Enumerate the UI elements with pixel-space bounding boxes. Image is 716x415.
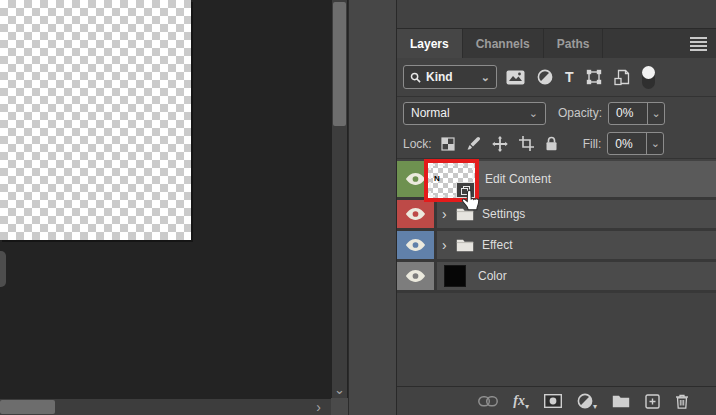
layer-name: Edit Content — [485, 172, 551, 186]
lock-icon-group — [441, 136, 558, 152]
blend-mode-dropdown[interactable]: Normal ⌄ — [403, 102, 546, 125]
highlight-frame: N — [424, 159, 479, 202]
thumbnail-artwork: N — [434, 175, 440, 183]
horizontal-scrollbar[interactable]: › — [0, 399, 331, 415]
blend-mode-value: Normal — [411, 106, 450, 120]
expand-chevron-icon[interactable]: › — [442, 209, 451, 219]
layer-name: Color — [478, 269, 507, 283]
eye-icon — [405, 269, 426, 283]
lock-all-icon[interactable] — [545, 136, 558, 151]
filter-kind-dropdown[interactable]: Kind ⌄ — [403, 65, 497, 89]
caret-down-icon: ▾ — [525, 402, 529, 411]
layers-list: N Edit Content — [397, 161, 716, 293]
layer-thumbnail[interactable]: N — [428, 163, 475, 198]
photoshop-workspace: ⌄ › Layers Channels Paths Kind ⌄ — [0, 0, 716, 415]
tab-paths[interactable]: Paths — [544, 29, 604, 58]
fill-dropdown[interactable]: 0% ⌄ — [607, 132, 664, 155]
blend-row: Normal ⌄ Opacity: 0% ⌄ — [397, 97, 716, 129]
vertical-scrollbar-thumb[interactable] — [333, 2, 346, 126]
layer-thumbnail-swatch[interactable] — [444, 265, 466, 287]
layer-row-effect[interactable]: › Effect — [397, 231, 716, 259]
layer-row-color[interactable]: Color — [397, 262, 716, 290]
fill-label: Fill: — [583, 137, 602, 151]
pixel-layers-filter-icon[interactable] — [506, 70, 525, 85]
layer-row-content[interactable]: Color — [437, 262, 716, 290]
fill-value: 0% — [608, 133, 646, 154]
visibility-toggle[interactable] — [397, 262, 434, 290]
lock-row: Lock: — [397, 129, 716, 159]
tab-channels[interactable]: Channels — [463, 29, 544, 58]
search-icon — [410, 72, 421, 83]
lock-transparent-pixels-icon[interactable] — [441, 137, 455, 151]
fx-label: fx — [513, 393, 525, 409]
layer-filtering-toggle[interactable] — [642, 66, 655, 89]
panel-tab-bar: Layers Channels Paths — [397, 28, 716, 58]
eye-icon — [405, 207, 426, 221]
scroll-right-icon[interactable]: › — [316, 400, 321, 414]
panel-menu-icon[interactable] — [690, 37, 707, 51]
filter-icon-group: T — [506, 66, 655, 89]
adjustment-layers-filter-icon[interactable] — [537, 69, 553, 85]
document-canvas[interactable] — [0, 0, 191, 240]
horizontal-scrollbar-thumb[interactable] — [0, 400, 55, 414]
layers-panel: Layers Channels Paths Kind ⌄ — [397, 0, 716, 415]
eye-icon — [405, 238, 426, 252]
group-folder-icon — [456, 238, 474, 252]
panel-gutter — [348, 0, 397, 415]
tab-layers[interactable]: Layers — [397, 29, 463, 58]
layer-row-content[interactable]: › Effect — [437, 231, 716, 259]
opacity-label: Opacity: — [558, 106, 602, 120]
shape-layers-filter-icon[interactable] — [586, 69, 602, 85]
scrollbar-corner — [331, 398, 348, 415]
layer-filter-row: Kind ⌄ T — [397, 58, 716, 97]
chevron-down-icon: ⌄ — [529, 107, 538, 120]
visibility-toggle[interactable] — [397, 200, 434, 228]
chevron-down-icon[interactable]: ⌄ — [646, 133, 663, 154]
layer-name: Effect — [482, 238, 512, 252]
collapsed-panel-handle[interactable] — [0, 251, 6, 287]
eye-icon — [405, 172, 426, 186]
chevron-down-icon: ⌄ — [481, 71, 490, 84]
new-layer-icon[interactable] — [645, 394, 660, 409]
opacity-value: 0% — [609, 103, 647, 124]
filter-kind-label: Kind — [426, 70, 453, 84]
delete-layer-icon[interactable] — [675, 394, 689, 409]
opacity-dropdown[interactable]: 0% ⌄ — [608, 102, 665, 125]
toggle-pill-icon — [642, 66, 655, 89]
chevron-down-icon[interactable]: ⌄ — [647, 103, 664, 124]
layer-style-fx-icon[interactable]: fx▾ — [513, 393, 529, 409]
scroll-down-icon[interactable]: ⌄ — [332, 385, 347, 395]
layer-row-settings[interactable]: › Settings — [397, 200, 716, 228]
new-group-icon[interactable] — [612, 394, 630, 408]
layer-name: Settings — [482, 207, 525, 221]
lock-artboard-icon[interactable] — [519, 136, 534, 151]
type-layers-filter-icon[interactable]: T — [565, 69, 574, 85]
hand-cursor-icon — [461, 189, 480, 211]
new-adjustment-layer-icon[interactable]: ▾ — [577, 393, 597, 409]
lock-label: Lock: — [403, 137, 432, 151]
vertical-scrollbar[interactable]: ⌄ — [332, 0, 347, 398]
expand-chevron-icon[interactable]: › — [442, 240, 451, 250]
lock-position-icon[interactable] — [492, 136, 508, 152]
caret-down-icon: ▾ — [593, 402, 597, 411]
visibility-toggle[interactable] — [397, 231, 434, 259]
lock-image-pixels-icon[interactable] — [466, 136, 481, 151]
layer-row-edit-content[interactable]: N Edit Content — [397, 161, 716, 197]
panel-bottom-toolbar: fx▾ ▾ — [397, 386, 716, 415]
link-layers-icon[interactable] — [478, 396, 498, 407]
add-layer-mask-icon[interactable] — [544, 394, 562, 408]
layer-row-content[interactable]: N Edit Content — [437, 161, 716, 197]
smart-objects-filter-icon[interactable] — [614, 69, 630, 86]
